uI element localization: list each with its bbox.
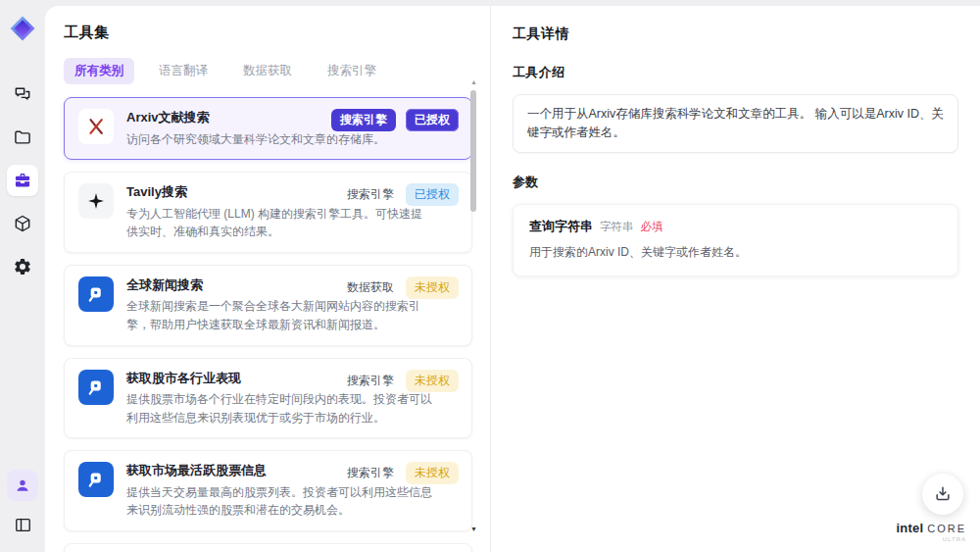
tool-badges: 搜索引擎 已授权 [345,183,459,206]
folder-icon[interactable] [7,122,38,153]
tab-3[interactable]: 搜索引擎 [317,58,387,84]
blue-search-icon [78,370,114,405]
tool-card[interactable]: Tavily搜索 专为人工智能代理 (LLM) 构建的搜索引擎工具。可快速提供实… [64,172,472,253]
tool-description: 全球新闻搜索是一个聚合全球各大新闻网站内容的搜索引擎，帮助用户快速获取全球最新资… [126,297,458,333]
param-name: 查询字符串 [529,218,593,235]
arxiv-icon [78,109,114,144]
tool-card[interactable]: 获取股市各行业表现 提供股票市场各个行业在特定时间段内的表现。投资者可以利用这些… [64,358,472,439]
blue-search-icon [78,462,114,497]
chat-icon[interactable] [7,78,38,110]
gear-icon[interactable] [7,251,38,282]
params-heading: 参数 [513,174,958,191]
intel-core-logo: intel CORE ULTRA [896,522,966,543]
tool-badges: 数据获取 未授权 [345,276,459,299]
icon-rail [0,0,45,552]
tool-badges: 搜索引擎 已授权 [331,109,459,131]
tool-auth-badge: 已授权 [406,183,459,206]
category-tabs: 所有类别语言翻译数据获取搜索引擎 [64,58,472,84]
tavily-star-icon [78,183,114,219]
tool-card[interactable]: 万维地区新闻查询 查询具体行政区划内的新闻，快速了解各地新闻动 搜索引擎 未授权 [64,543,472,552]
rail-bottom [7,470,38,540]
list-scrollbar[interactable]: ▲ ▼ [470,65,477,552]
tool-detail-pane: 工具详情 工具介绍 一个用于从Arxiv存储库搜索科学论文和文章的工具。 输入可… [490,6,980,552]
tool-card[interactable]: 获取市场最活跃股票信息 提供当天交易量最高的股票列表。投资者可以利用这些信息来识… [64,450,472,531]
download-button[interactable] [922,474,963,515]
detail-title: 工具详情 [513,25,958,43]
tool-auth-badge: 未授权 [406,370,459,392]
app-window: 工具集 所有类别语言翻译数据获取搜索引擎 Arxiv文献搜索 访问各个研究领域大… [0,0,980,552]
param-description: 用于搜索的Arxiv ID、关键字或作者姓名。 [529,244,942,261]
tool-category-badge: 搜索引擎 [345,462,396,484]
param-required-badge: 必填 [641,220,663,234]
tool-description: 提供股票市场各个行业在特定时间段内的表现。投资者可以利用这些信息来识别表现优于或… [126,390,458,427]
tool-category-badge: 数据获取 [345,276,396,299]
tab-0[interactable]: 所有类别 [64,58,134,84]
tool-card[interactable]: 全球新闻搜索 全球新闻搜索是一个聚合全球各大新闻网站内容的搜索引擎，帮助用户快速… [64,265,472,346]
tool-list-pane: 工具集 所有类别语言翻译数据获取搜索引擎 Arxiv文献搜索 访问各个研究领域大… [45,6,490,552]
panel-toggle-icon[interactable] [7,509,38,540]
scrollbar-thumb[interactable] [470,90,476,212]
tool-category-badge: 搜索引擎 [331,109,396,131]
cube-icon[interactable] [7,208,38,239]
tool-intro-text: 一个用于从Arxiv存储库搜索科学论文和文章的工具。 输入可以是Arxiv ID… [513,94,958,153]
tab-2[interactable]: 数据获取 [232,58,303,84]
scroll-down-arrow[interactable]: ▼ [470,526,477,532]
tab-1[interactable]: 语言翻译 [148,58,219,84]
app-logo-icon[interactable] [6,12,39,45]
tool-card[interactable]: Arxiv文献搜索 访问各个研究领域大量科学论文和文章的存储库。 搜索引擎 已授… [64,97,472,160]
core-wordmark: CORE [927,523,966,534]
tool-category-badge: 搜索引擎 [345,370,396,392]
user-icon[interactable] [7,470,38,501]
tool-badges: 搜索引擎 未授权 [345,462,459,484]
blue-search-icon [78,276,114,312]
param-type: 字符串 [600,220,634,234]
tool-auth-badge: 已授权 [406,109,459,131]
ultra-wordmark: ULTRA [896,536,966,543]
tool-card-list: Arxiv文献搜索 访问各个研究领域大量科学论文和文章的存储库。 搜索引擎 已授… [64,97,472,552]
tool-category-badge: 搜索引擎 [345,183,396,206]
param-card: 查询字符串 字符串 必填 用于搜索的Arxiv ID、关键字或作者姓名。 [513,204,958,276]
tool-description: 专为人工智能代理 (LLM) 构建的搜索引擎工具。可快速提供实时、准确和真实的结… [126,205,458,241]
tool-description: 提供当天交易量最高的股票列表。投资者可以利用这些信息来识别流动性强的股票和潜在的… [126,483,458,520]
tool-auth-badge: 未授权 [406,462,459,484]
scroll-up-arrow[interactable]: ▲ [470,78,477,85]
tool-auth-badge: 未授权 [406,276,459,299]
tool-badges: 搜索引擎 未授权 [345,370,459,392]
briefcase-icon[interactable] [7,165,38,196]
tool-description: 访问各个研究领域大量科学论文和文章的存储库。 [126,130,458,149]
main-panel: 工具集 所有类别语言翻译数据获取搜索引擎 Arxiv文献搜索 访问各个研究领域大… [45,6,980,552]
intro-heading: 工具介绍 [513,64,958,81]
page-title: 工具集 [64,24,472,42]
intel-wordmark: intel [896,522,923,535]
rail-nav [7,78,38,282]
